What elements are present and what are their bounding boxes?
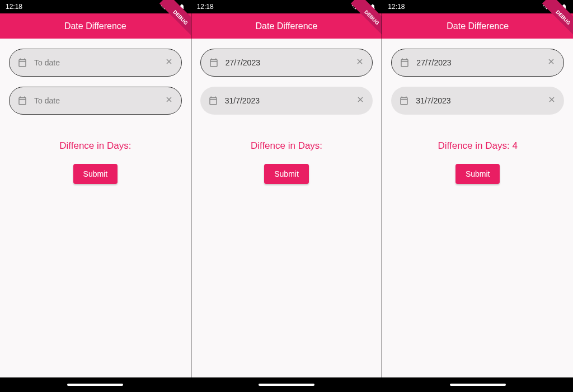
from-date-field[interactable]: 27/7/2023 — [200, 49, 373, 77]
calendar-icon — [399, 96, 409, 106]
field-placeholder: To date — [34, 96, 165, 105]
app-title: Date Difference — [256, 21, 318, 31]
phone-screen-1: 12:18 Date Difference DEBUG To date To d… — [0, 0, 191, 392]
calendar-icon — [209, 58, 219, 68]
submit-button[interactable]: Submit — [455, 164, 500, 184]
nav-bar — [382, 377, 573, 392]
status-time: 12:18 — [6, 3, 22, 11]
app-title: Date Difference — [447, 21, 509, 31]
result-label: Diffence in Days: 4 — [438, 140, 517, 152]
app-title: Date Difference — [64, 21, 126, 31]
status-time: 12:18 — [197, 3, 214, 11]
calendar-icon — [208, 96, 218, 106]
field-value: 31/7/2023 — [225, 96, 356, 105]
clear-icon[interactable] — [165, 95, 173, 106]
calendar-icon — [17, 96, 27, 106]
phone-screen-3: 12:18 Date Difference DEBUG 27/7/2023 31… — [382, 0, 573, 392]
nav-bar — [0, 377, 191, 392]
field-placeholder: To date — [34, 58, 165, 67]
clear-icon[interactable] — [356, 95, 365, 106]
to-date-field[interactable]: 31/7/2023 — [200, 87, 373, 115]
result-label: Diffence in Days: — [251, 140, 322, 152]
to-date-field[interactable]: To date — [9, 87, 182, 115]
content: To date To date Diffence in Days: Submit — [0, 39, 191, 377]
from-date-field[interactable]: 27/7/2023 — [391, 49, 564, 77]
status-time: 12:18 — [388, 3, 405, 11]
clear-icon[interactable] — [165, 57, 173, 68]
nav-handle[interactable] — [259, 384, 314, 386]
nav-handle[interactable] — [67, 384, 123, 386]
field-value: 31/7/2023 — [416, 96, 547, 105]
submit-button[interactable]: Submit — [73, 164, 118, 184]
from-date-field[interactable]: To date — [9, 49, 182, 77]
calendar-icon — [400, 58, 410, 68]
phone-screen-2: 12:18 Date Difference DEBUG 27/7/2023 31… — [191, 0, 382, 392]
result-label: Diffence in Days: — [59, 140, 131, 152]
content: 27/7/2023 31/7/2023 Diffence in Days: 4 … — [382, 39, 573, 377]
clear-icon[interactable] — [547, 95, 556, 106]
clear-icon[interactable] — [355, 57, 364, 68]
submit-button[interactable]: Submit — [264, 164, 309, 184]
nav-handle[interactable] — [450, 384, 506, 386]
nav-bar — [191, 377, 382, 392]
app-bar: Date Difference DEBUG — [191, 13, 382, 39]
calendar-icon — [17, 58, 27, 68]
app-bar: Date Difference DEBUG — [0, 13, 191, 39]
to-date-field[interactable]: 31/7/2023 — [391, 87, 564, 115]
clear-icon[interactable] — [547, 57, 556, 68]
field-value: 27/7/2023 — [416, 58, 547, 67]
field-value: 27/7/2023 — [226, 58, 356, 67]
app-bar: Date Difference DEBUG — [382, 13, 573, 39]
content: 27/7/2023 31/7/2023 Diffence in Days: Su… — [191, 39, 382, 377]
